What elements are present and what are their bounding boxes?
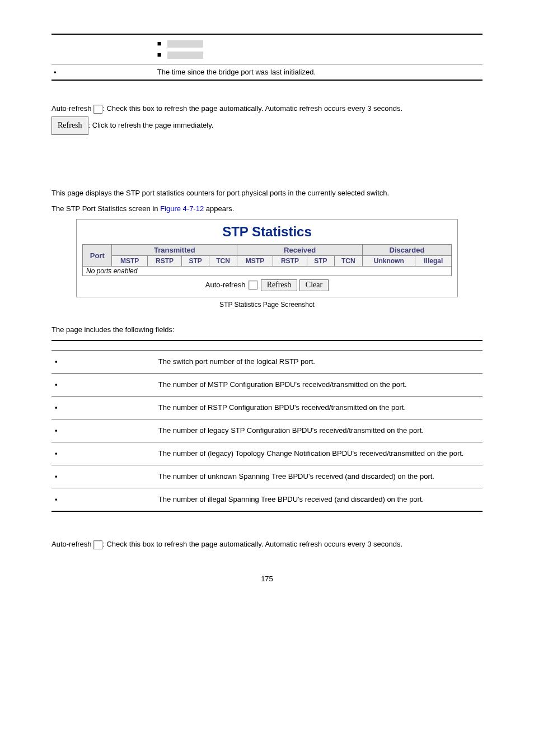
table-row: The number of (legacy) Topology Change N… — [51, 442, 483, 465]
field-desc: The switch port number of the logical RS… — [155, 351, 483, 373]
field-desc: The number of RSTP Configuration BPDU's … — [155, 396, 483, 419]
field-desc: The number of illegal Spanning Tree BPDU… — [155, 488, 483, 511]
table-row: The switch port number of the logical RS… — [51, 351, 483, 373]
col-group-discarded: Discarded — [363, 245, 452, 256]
table-row: The number of legacy STP Configuration B… — [51, 419, 483, 442]
stp-title: STP Statistics — [82, 224, 452, 240]
table-row: The number of unknown Spanning Tree BPDU… — [51, 465, 483, 488]
autorefresh-note-bottom: Auto-refresh : Check this box to refresh… — [51, 536, 483, 552]
autorefresh-checkbox[interactable] — [249, 281, 257, 290]
field-label-discarded-unknown — [51, 465, 155, 488]
placeholder-bar — [167, 52, 203, 59]
table-row: The number of illegal Spanning Tree BPDU… — [51, 488, 483, 511]
col-disc-unknown: Unknown — [363, 256, 415, 267]
col-tx-tcn: TCN — [209, 256, 237, 267]
field-desc: The number of (legacy) Topology Change N… — [155, 442, 483, 465]
clear-button[interactable]: Clear — [299, 279, 329, 291]
col-rx-stp: STP — [307, 256, 334, 267]
stp-desc-1: This page displays the STP port statisti… — [51, 185, 483, 201]
refresh-note: Refresh: Click to refresh the page immed… — [51, 116, 483, 135]
col-tx-rstp: RSTP — [147, 256, 181, 267]
col-tx-mstp: MSTP — [112, 256, 147, 267]
table-row: The number of RSTP Configuration BPDU's … — [51, 396, 483, 419]
col-group-transmitted: Transmitted — [112, 245, 237, 256]
field-desc: The number of legacy STP Configuration B… — [155, 419, 483, 442]
field-label-stp — [51, 419, 155, 442]
stp-statistics-panel: STP Statistics Port Transmitted Received… — [76, 219, 458, 297]
field-label-mstp — [51, 374, 155, 396]
figure-caption: STP Statistics Page Screenshot — [51, 301, 483, 309]
checkbox-icon — [93, 105, 102, 114]
refresh-button[interactable]: Refresh — [51, 116, 88, 135]
field-label-rstp — [51, 396, 155, 419]
stp-desc-2: The STP Port Statistics screen in Figure… — [51, 201, 483, 217]
col-rx-rstp: RSTP — [273, 256, 307, 267]
field-label-discarded-illegal — [51, 488, 155, 511]
field-label-tcn — [51, 442, 155, 465]
placeholder-bar — [167, 40, 203, 48]
no-ports-row: No ports enabled — [83, 267, 452, 276]
fields-table: The switch port number of the logical RS… — [51, 340, 483, 512]
field-desc: The number of MSTP Configuration BPDU's … — [155, 374, 483, 396]
col-port: Port — [83, 245, 112, 267]
top-table: The time since the bridge port was last … — [51, 34, 483, 81]
autorefresh-label: Auto-refresh — [205, 281, 246, 289]
col-rx-mstp: MSTP — [237, 256, 273, 267]
stp-table: Port Transmitted Received Discarded MSTP… — [82, 244, 452, 276]
col-group-received: Received — [237, 245, 363, 256]
autorefresh-note: Auto-refresh : Check this box to refresh… — [51, 101, 483, 116]
uptime-desc: The time since the bridge port was last … — [155, 64, 483, 80]
table-row: The number of MSTP Configuration BPDU's … — [51, 374, 483, 396]
field-desc: The number of unknown Spanning Tree BPDU… — [155, 465, 483, 488]
col-disc-illegal: Illegal — [415, 256, 452, 267]
field-label-port — [51, 351, 155, 373]
fields-intro: The page includes the following fields: — [51, 322, 483, 338]
col-rx-tcn: TCN — [334, 256, 362, 267]
checkbox-icon — [93, 540, 102, 549]
list-item — [157, 38, 480, 49]
uptime-label — [51, 64, 155, 80]
col-tx-stp: STP — [182, 256, 209, 267]
refresh-button[interactable]: Refresh — [261, 279, 298, 291]
page-number: 175 — [51, 575, 483, 583]
list-item — [157, 49, 480, 60]
figure-link[interactable]: Figure 4-7-12 — [160, 204, 204, 213]
